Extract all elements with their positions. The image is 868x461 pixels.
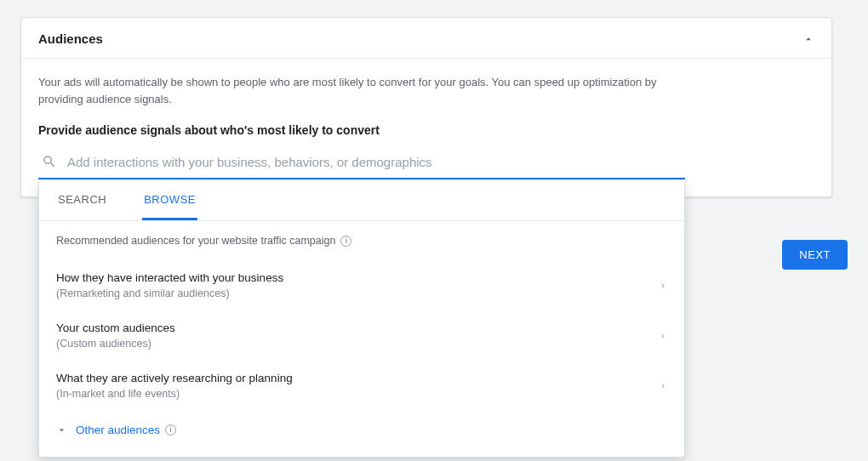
- search-input[interactable]: [67, 155, 682, 169]
- chevron-down-icon: [56, 424, 67, 435]
- chevron-right-icon: [659, 330, 667, 342]
- list-item-title: How they have interacted with your busin…: [56, 270, 283, 286]
- list-item-subtitle: (Remarketing and similar audiences): [56, 287, 283, 301]
- other-audiences-row[interactable]: Other audiences i: [56, 412, 667, 441]
- helper-text: Your ads will automatically be shown to …: [38, 74, 685, 108]
- subheading: Provide audience signals about who's mos…: [38, 123, 814, 137]
- tab-browse[interactable]: BROWSE: [142, 181, 197, 220]
- search-bar[interactable]: [38, 149, 685, 179]
- tabs: SEARCH BROWSE: [39, 181, 684, 221]
- list-item-subtitle: (In-market and life events): [56, 387, 293, 401]
- card-header[interactable]: Audiences: [21, 18, 831, 59]
- list-item-inmarket[interactable]: What they are actively researching or pl…: [56, 361, 667, 411]
- info-icon[interactable]: i: [165, 424, 176, 435]
- card-body: Your ads will automatically be shown to …: [21, 59, 831, 196]
- list-item-custom[interactable]: Your custom audiences (Custom audiences): [56, 310, 667, 361]
- audiences-card: Audiences Your ads will automatically be…: [20, 17, 832, 197]
- list-item-title: Your custom audiences: [56, 321, 175, 336]
- recommended-row: Recommended audiences for your website t…: [56, 235, 667, 247]
- list-item-interacted[interactable]: How they have interacted with your busin…: [56, 260, 667, 310]
- chevron-up-icon[interactable]: [802, 33, 814, 45]
- chevron-right-icon: [659, 280, 667, 292]
- list-item-subtitle: (Custom audiences): [56, 337, 175, 351]
- audience-dropdown: SEARCH BROWSE Recommended audiences for …: [38, 181, 685, 457]
- recommended-text: Recommended audiences for your website t…: [56, 235, 335, 247]
- other-audiences-label: Other audiences: [76, 424, 160, 436]
- tab-search[interactable]: SEARCH: [56, 181, 108, 220]
- search-icon: [42, 154, 57, 169]
- info-icon[interactable]: i: [340, 236, 351, 247]
- search-wrap: SEARCH BROWSE Recommended audiences for …: [38, 149, 814, 179]
- next-button[interactable]: NEXT: [782, 240, 848, 270]
- list-item-title: What they are actively researching or pl…: [56, 371, 293, 386]
- chevron-right-icon: [659, 380, 667, 392]
- dropdown-body: Recommended audiences for your website t…: [39, 221, 684, 456]
- card-title: Audiences: [38, 31, 103, 46]
